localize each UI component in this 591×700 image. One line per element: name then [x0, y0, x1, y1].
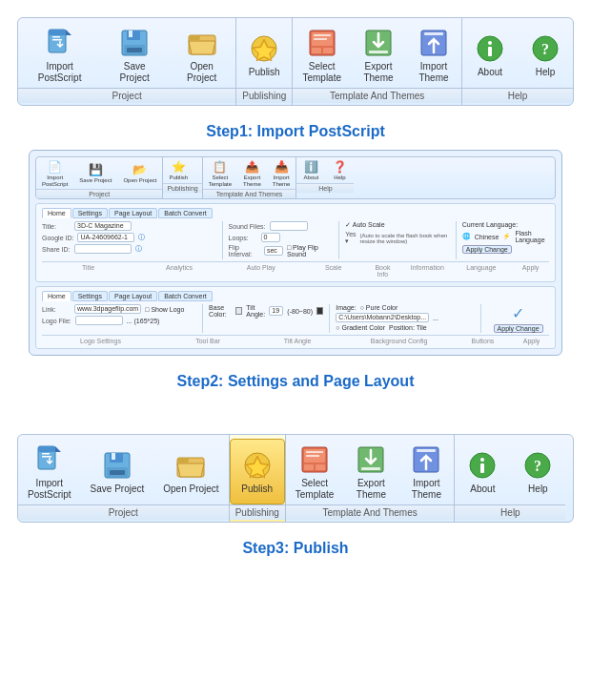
svg-point-56	[480, 458, 484, 462]
import-postscript-button[interactable]: Import PostScript	[18, 22, 101, 88]
language-flash-icon: ⚡	[502, 233, 511, 240]
open-project-button-2[interactable]: Open Project	[153, 439, 228, 504]
toolbar-group-publishing-1: Publish Publishing	[236, 18, 293, 105]
save-project-label-2: Save Project	[91, 484, 145, 495]
save-project-button-2[interactable]: Save Project	[81, 439, 154, 504]
svg-rect-50	[306, 455, 319, 457]
templates-group-label-2: Template And Themes	[286, 504, 455, 520]
tab-page-layout-2: Page Layout	[109, 291, 157, 301]
export-theme-icon-2	[356, 444, 386, 475]
import-theme-icon-1	[418, 28, 449, 58]
save-project-button[interactable]: Save Project	[101, 22, 168, 88]
mini-help-icon: ❓	[333, 160, 347, 174]
svg-rect-31	[38, 446, 55, 452]
tab-home-2: Home	[42, 291, 71, 301]
screenshot-settings-1: 📄 ImportPostScript 💾 Save Project 📂 Open…	[29, 150, 562, 356]
apply-language-btn[interactable]: Apply Change	[462, 245, 512, 254]
divider-3	[456, 221, 457, 259]
save-project-label: Save Project	[111, 61, 158, 84]
help-group-label-1: Help	[462, 88, 573, 103]
divider-6	[480, 304, 481, 333]
import-postscript-icon-2	[34, 444, 65, 475]
select-template-button-2[interactable]: SelectTemplate	[286, 439, 344, 504]
logofile-row: Logo File: ... (165*25)	[42, 316, 196, 325]
import-theme-icon-2	[411, 444, 441, 475]
export-theme-label-1: ExportTheme	[363, 61, 393, 84]
settings-tabs-2: Home Settings Page Layout Batch Convert	[42, 291, 549, 301]
loops-row: Loops: 0	[229, 233, 334, 242]
import-theme-button-1[interactable]: ImportTheme	[406, 22, 461, 88]
import-postscript-label: Import PostScript	[28, 61, 92, 84]
mini-help-btn: ❓ Help	[325, 157, 354, 183]
lang-value-row: 🌐 Chinese ⚡ Flash Language	[462, 230, 549, 243]
templates-group-label-1: Template And Themes	[293, 88, 461, 103]
svg-rect-1	[49, 30, 66, 35]
svg-point-26	[488, 41, 492, 45]
export-theme-button-2[interactable]: ExportTheme	[343, 439, 398, 504]
svg-rect-57	[480, 463, 484, 473]
toolbar-2: ImportPostScript Save Project Op	[17, 434, 574, 523]
svg-rect-20	[314, 38, 327, 40]
tab-home-1: Home	[42, 208, 71, 218]
mini-publish-icon: ⭐	[172, 160, 186, 174]
apply-change-btn-2[interactable]: Apply Change	[494, 324, 543, 333]
loops-options: ✓ Auto Scale Yes ▾ (Auto to scale the fl…	[345, 221, 450, 259]
about-label-2: About	[470, 484, 495, 495]
divider-1	[222, 221, 223, 259]
svg-rect-41	[177, 458, 189, 463]
help-label-1: Help	[536, 67, 556, 78]
svg-marker-2	[66, 30, 71, 35]
toolbar-group-project-2: ImportPostScript Save Project Op	[18, 435, 230, 522]
publish-label-1: Publish	[249, 67, 280, 78]
svg-rect-54	[417, 449, 436, 452]
svg-rect-24	[424, 32, 443, 35]
export-theme-button-1[interactable]: ExportTheme	[351, 22, 406, 88]
mini-import-icon: 📄	[48, 160, 62, 174]
share-info-icon: ⓘ	[135, 244, 142, 254]
tilt-color-swatch	[316, 307, 323, 315]
help-label-2: Help	[528, 484, 548, 495]
help-button-1[interactable]: ? Help	[518, 22, 573, 88]
section-labels-row-2: Logo Settings Tool Bar Tilt Angle Backgr…	[42, 335, 549, 344]
svg-rect-39	[110, 470, 125, 475]
publish-icon-1	[249, 33, 279, 64]
svg-rect-48	[316, 464, 325, 470]
save-project-icon-2	[102, 450, 132, 481]
help-icon-2: ?	[522, 450, 553, 481]
select-template-icon-2	[299, 444, 330, 475]
export-theme-label-2: ExportTheme	[357, 478, 386, 501]
svg-rect-4	[52, 39, 62, 41]
svg-rect-3	[52, 36, 60, 38]
bg-fields: Image: ○ Pure Color C:\Users\Mobann2\Des…	[336, 304, 475, 333]
publish-label-2: Publish	[241, 484, 273, 495]
import-postscript-button-2[interactable]: ImportPostScript	[18, 439, 81, 504]
publish-icon-2	[242, 450, 273, 481]
toolbar-group-help-1: About ? Help Help	[462, 18, 573, 105]
svg-rect-17	[312, 48, 321, 53]
mini-save-btn: 💾 Save Project	[73, 157, 117, 189]
about-button-1[interactable]: About	[462, 22, 518, 88]
select-template-button-1[interactable]: SelectTemplate	[293, 22, 351, 88]
help-button-2[interactable]: ? Help	[510, 439, 565, 504]
import-theme-button-2[interactable]: ImportTheme	[398, 439, 454, 504]
svg-text:?: ?	[534, 458, 541, 474]
publish-button-2[interactable]: Publish	[230, 439, 285, 504]
mini-toolbar-1: 📄 ImportPostScript 💾 Save Project 📂 Open…	[35, 156, 556, 199]
section-labels-row-1: Title Analytics Auto Play Scale Book Inf…	[42, 261, 549, 278]
settings-tabs-1: Home Settings Page Layout Batch Convert	[42, 208, 549, 218]
open-project-button[interactable]: Open Project	[168, 22, 235, 88]
image-row: Image: ○ Pure Color	[336, 304, 475, 311]
svg-marker-32	[55, 446, 61, 452]
check-icon: ✓	[512, 304, 524, 322]
mini-about-icon: ℹ️	[304, 160, 318, 174]
svg-rect-9	[127, 48, 142, 52]
tab-batch-convert-1: Batch Convert	[158, 208, 212, 218]
about-label-1: About	[478, 67, 502, 78]
publish-button-1[interactable]: Publish	[236, 22, 292, 88]
about-button-2[interactable]: About	[455, 439, 510, 504]
svg-rect-34	[42, 456, 51, 458]
mini-export-theme-btn: 📤 ExportTheme	[237, 157, 267, 189]
base-color-swatch	[235, 307, 242, 315]
help-group-label-2: Help	[455, 504, 565, 520]
google-info-icon: ⓘ	[138, 233, 145, 242]
